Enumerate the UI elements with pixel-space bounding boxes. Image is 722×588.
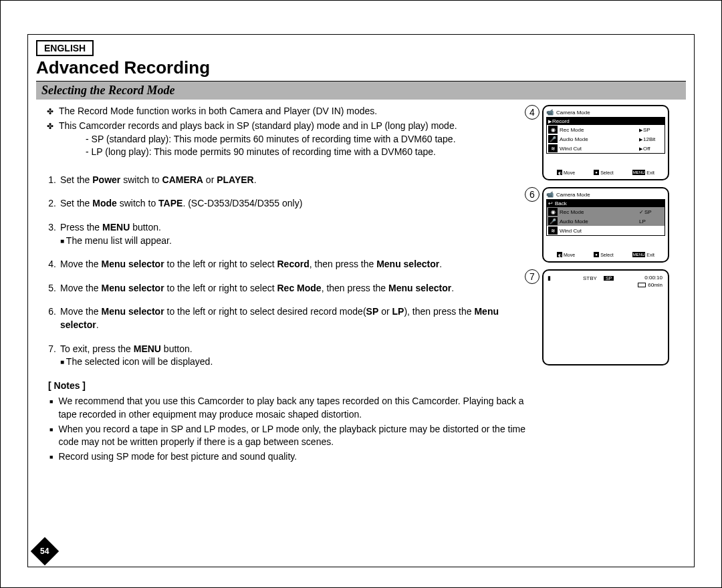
screenshot-number: 6 [525,187,539,202]
battery-icon [548,275,550,281]
menu-row: ≋ Wind Cut [547,226,665,235]
step: 3. Press the MENU button. The menu list … [36,221,531,247]
note-item: We recommend that you use this Camcorder… [36,395,531,421]
select-icon: ● [594,252,599,257]
step: 5. Move the Menu selector to the left or… [36,282,531,295]
menu-row: ≋ Wind Cut Off [547,144,665,153]
section-subtitle: Selecting the Record Mode [36,81,686,100]
lcd-standby-screen: STBY SP 0:00:10 60min [542,269,669,365]
camera-icon [546,109,556,116]
content-row: The Record Mode function works in both C… [36,105,686,464]
wind-icon: ≋ [548,227,558,235]
step: 6. Move the Menu selector to the left or… [36,305,531,331]
intro-sub: LP (long play): This mode permits 90 min… [59,146,436,157]
tape-icon [638,283,646,287]
notes-heading: [ Notes ] [48,380,531,393]
intro-line: This Camcorder records and plays back in… [36,120,531,159]
camera-icon [546,191,556,198]
page-number-badge: 54 [31,537,59,565]
step-sub: The selected icon will be displayed. [60,355,531,369]
wind-icon: ≋ [548,144,558,152]
audio-icon: 🎤 [548,217,558,225]
intro-line: The Record Mode function works in both C… [36,105,531,118]
stby-label: STBY [583,275,597,281]
check-icon [639,209,644,215]
step-number: 5. [36,282,56,295]
step-number: 6. [36,305,56,331]
menu-icon: MENU [632,170,646,175]
footer-hints: ◐Move ●Select MENUExit [546,170,665,175]
step: 1. Set the Power switch to CAMERA or PLA… [36,174,531,187]
note-item: Record using SP mode for best picture an… [36,450,531,464]
intro-bullets: The Record Mode function works in both C… [36,105,531,159]
screenshot-number: 4 [525,105,539,120]
intro-sub: SP (standard play): This mode permits 60… [59,134,456,144]
step: 2. Set the Mode switch to TAPE. (SC-D353… [36,197,531,210]
menu-header: ↩Back [547,200,665,207]
notes-list: We recommend that you use this Camcorder… [36,395,531,463]
page-number: 54 [40,547,49,556]
language-badge: ENGLISH [36,40,94,56]
menu-box: Record ◉ Rec Mode SP 🎤 Audio Mode 12Bit [546,117,665,154]
rec-icon: ◉ [548,126,558,134]
steps-list: 1. Set the Power switch to CAMERA or PLA… [36,174,531,369]
footer-hints: ◐Move ●Select MENUExit [546,252,665,257]
page-frame: ENGLISH Advanced Recording Selecting the… [27,34,695,567]
menu-row-selected: ◉ Rec Mode SP [547,207,665,216]
step-sub: The menu list will appear. [60,235,531,248]
audio-icon: 🎤 [548,135,558,143]
menu-row: 🎤 Audio Mode LP [547,216,665,226]
step-number: 2. [36,197,56,210]
timecode: 0:00:10 [638,275,663,281]
step-number: 1. [36,174,56,187]
menu-icon: MENU [632,252,646,257]
screenshot-7: 7 STBY SP 0:00:10 60min [542,269,686,365]
text-column: The Record Mode function works in both C… [36,105,531,464]
sp-badge: SP [604,276,614,281]
page-title: Advanced Recording [36,57,686,78]
step-number: 7. [36,343,56,369]
menu-row: ◉ Rec Mode SP [547,125,665,134]
move-icon: ◐ [557,252,562,257]
screenshot-number: 7 [525,269,539,284]
lcd-screen: Camera Mode ↩Back ◉ Rec Mode SP 🎤 Audio [542,187,669,263]
menu-header: Record [547,118,665,125]
back-arrow-icon: ↩ [548,200,553,206]
screenshot-4: 4 Camera Mode Record ◉ Rec Mode SP [542,105,686,180]
step-number: 3. [36,221,56,247]
menu-box: ↩Back ◉ Rec Mode SP 🎤 Audio Mode LP [546,199,665,236]
step: 4. Move the Menu selector to the left or… [36,258,531,271]
screens-column: 4 Camera Mode Record ◉ Rec Mode SP [542,105,686,464]
move-icon: ◐ [557,170,562,175]
lcd-screen: Camera Mode Record ◉ Rec Mode SP 🎤 Audi [542,105,669,180]
screenshot-6: 6 Camera Mode ↩Back ◉ Rec Mode SP � [542,187,686,263]
step: 7. To exit, press the MENU button. The s… [36,343,531,369]
rec-icon: ◉ [548,208,558,216]
tape-remaining: 60min [648,282,663,288]
note-item: When you record a tape in SP and LP mode… [36,423,531,449]
menu-row: 🎤 Audio Mode 12Bit [547,134,665,144]
select-icon: ● [594,170,599,175]
step-number: 4. [36,258,56,271]
